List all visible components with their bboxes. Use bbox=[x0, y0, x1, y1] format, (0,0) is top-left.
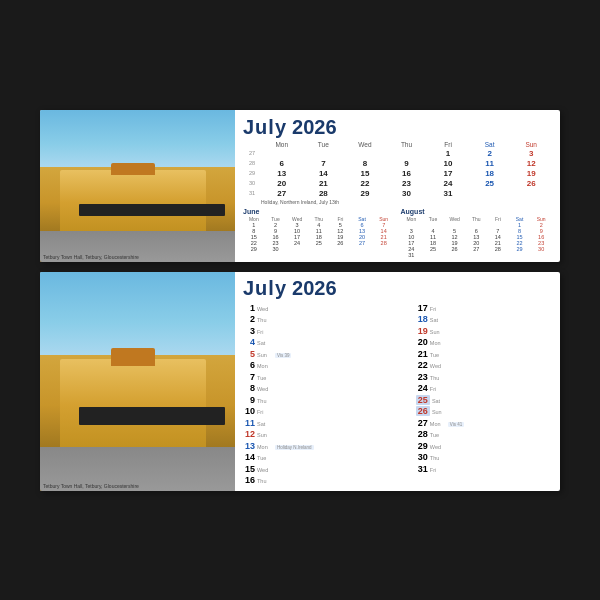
list-item: 15Wed bbox=[243, 464, 412, 474]
list-item: 16Thu bbox=[243, 475, 412, 485]
top-month-title: July bbox=[243, 116, 287, 139]
right-item: 23Thu bbox=[416, 372, 554, 382]
top-photo-section: Tetbury Town Hall, Tetbury, Gloucestersh… bbox=[40, 110, 235, 262]
right-item: 17Fri bbox=[416, 303, 554, 313]
building-shape bbox=[60, 170, 206, 234]
top-grid-header: Mon Tue Wed Thu Fri Sat Sun bbox=[243, 141, 552, 148]
grid-row-3: 29 13 14 15 16 17 18 19 bbox=[243, 169, 552, 178]
list-item: 10Fri bbox=[243, 406, 412, 416]
list-item: 5SunVis 39 bbox=[243, 349, 412, 359]
fri-header: Fri bbox=[427, 141, 469, 148]
top-photo-caption: Tetbury Town Hall, Tetbury, Gloucestersh… bbox=[43, 254, 139, 260]
bottom-photo-bg bbox=[40, 272, 235, 491]
bottom-building-shape bbox=[60, 359, 206, 451]
bottom-right-col: 17Fri 18Sat 19Sun 20Mon 21Tue 22Wed 23Th… bbox=[416, 303, 554, 487]
mini-august: August MonTueWedThuFriSatSun 0000012 345… bbox=[401, 208, 553, 258]
grid-row-1: 27 0 0 0 0 1 2 3 bbox=[243, 149, 552, 158]
bottom-cal-section: July 2026 1Wed 2Thu 3Fri 4Sat 5SunVis 39… bbox=[235, 272, 560, 491]
list-item: 14Tue bbox=[243, 452, 412, 462]
list-item: 13MonHoliday N.Ireland bbox=[243, 441, 412, 451]
top-holiday-note: Holiday, Northern Ireland, July 13th bbox=[261, 199, 552, 205]
right-item: 22Wed bbox=[416, 360, 554, 370]
sky-overlay bbox=[40, 110, 235, 168]
right-item: 27MonVis 41 bbox=[416, 418, 554, 428]
mini-months: June MonTueWedThuFriSatSun 1234567 89101… bbox=[243, 208, 552, 258]
thu-header: Thu bbox=[386, 141, 428, 148]
list-item: 8Wed bbox=[243, 383, 412, 393]
list-item: 1Wed bbox=[243, 303, 412, 313]
list-item: 9Thu bbox=[243, 395, 412, 405]
bottom-calendar-card: Tetbury Town Hall, Tetbury, Gloucestersh… bbox=[40, 272, 560, 491]
mon-header: Mon bbox=[261, 141, 303, 148]
right-item: 25Sat bbox=[416, 395, 554, 405]
top-photo-bg bbox=[40, 110, 235, 262]
right-item: 29Wed bbox=[416, 441, 554, 451]
right-item: 28Tue bbox=[416, 429, 554, 439]
sun-header: Sun bbox=[510, 141, 552, 148]
list-item: 7Tue bbox=[243, 372, 412, 382]
list-item: 2Thu bbox=[243, 314, 412, 324]
bottom-left-col: 1Wed 2Thu 3Fri 4Sat 5SunVis 39 6Mon 7Tue… bbox=[243, 303, 412, 487]
list-item: 11Sat bbox=[243, 418, 412, 428]
right-item: 19Sun bbox=[416, 326, 554, 336]
right-item: 21Tue bbox=[416, 349, 554, 359]
bottom-year: 2026 bbox=[292, 277, 337, 300]
grid-row-2: 28 6 7 8 9 10 11 12 bbox=[243, 159, 552, 168]
bottom-photo-section: Tetbury Town Hall, Tetbury, Gloucestersh… bbox=[40, 272, 235, 491]
right-item: 31Fri bbox=[416, 464, 554, 474]
right-item: 30Thu bbox=[416, 452, 554, 462]
sat-header: Sat bbox=[469, 141, 511, 148]
list-item: 6Mon bbox=[243, 360, 412, 370]
mini-august-title: August bbox=[401, 208, 553, 215]
tue-header: Tue bbox=[303, 141, 345, 148]
right-item: 18Sat bbox=[416, 314, 554, 324]
right-item: 24Fri bbox=[416, 383, 554, 393]
grid-row-5: 31 27 28 29 30 31 0 0 bbox=[243, 189, 552, 198]
wk-27: 27 bbox=[243, 150, 261, 156]
right-item: 26Sun bbox=[416, 406, 554, 416]
bottom-sky-overlay bbox=[40, 272, 235, 355]
grid-row-4: 30 20 21 22 23 24 25 26 bbox=[243, 179, 552, 188]
list-item: 4Sat bbox=[243, 337, 412, 347]
top-year: 2026 bbox=[292, 116, 337, 139]
bottom-photo-caption: Tetbury Town Hall, Tetbury, Gloucestersh… bbox=[43, 483, 139, 489]
wk-label bbox=[243, 141, 261, 148]
bottom-month-title: July bbox=[243, 277, 287, 300]
right-item: 20Mon bbox=[416, 337, 554, 347]
mini-june-title: June bbox=[243, 208, 395, 215]
mini-june: June MonTueWedThuFriSatSun 1234567 89101… bbox=[243, 208, 395, 258]
top-main-grid: Mon Tue Wed Thu Fri Sat Sun 27 0 0 0 0 1… bbox=[243, 141, 552, 198]
bottom-two-col: 1Wed 2Thu 3Fri 4Sat 5SunVis 39 6Mon 7Tue… bbox=[243, 303, 554, 487]
list-item: 12Sun bbox=[243, 429, 412, 439]
list-item: 3Fri bbox=[243, 326, 412, 336]
top-cal-section: July 2026 Mon Tue Wed Thu Fri Sat Sun 27… bbox=[235, 110, 560, 262]
top-calendar-card: Tetbury Town Hall, Tetbury, Gloucestersh… bbox=[40, 110, 560, 262]
wed-header: Wed bbox=[344, 141, 386, 148]
